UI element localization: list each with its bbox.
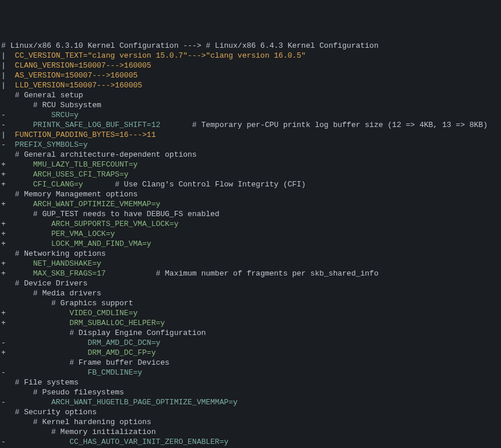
diff-marker: - xyxy=(1,437,6,447)
diff-marker: | xyxy=(1,70,6,80)
diff-line: - PRINTK_SAFE_LOG_BUF_SHIFT=12 # Tempora… xyxy=(0,120,501,130)
diff-line: # Device Drivers xyxy=(0,278,501,288)
diff-line: - FB_CMDLINE=y xyxy=(0,368,501,378)
diff-segment: LLD_VERSION=150007--->160005 xyxy=(6,81,142,90)
diff-segment: # Security options xyxy=(6,408,97,417)
diff-segment xyxy=(6,220,51,228)
diff-line: + VIDEO_CMDLINE=y xyxy=(0,308,501,318)
diff-segment xyxy=(6,338,87,347)
diff-line: | CLANG_VERSION=150007--->160005 xyxy=(0,61,501,70)
diff-line: # RCU Subsystem xyxy=(0,100,501,110)
diff-segment: DRM_AMD_DC_FP=y xyxy=(87,348,156,357)
diff-marker: - xyxy=(1,120,6,130)
diff-line: + MMU_LAZY_TLB_REFCOUNT=y xyxy=(0,160,501,170)
diff-marker xyxy=(1,209,6,219)
diff-marker: + xyxy=(1,308,6,318)
diff-content: ARCH_WANT_HUGETLB_PAGE_OPTIMIZE_VMEMMAP=… xyxy=(6,397,238,407)
diff-line: | AS_VERSION=150007--->160005 xyxy=(0,70,501,80)
diff-marker: + xyxy=(1,259,6,269)
diff-content: MMU_LAZY_TLB_REFCOUNT=y xyxy=(6,160,137,170)
diff-content: ARCH_SUPPORTS_PER_VMA_LOCK=y xyxy=(6,219,178,229)
diff-segment xyxy=(6,130,15,139)
diff-line: - SRCU=y xyxy=(0,110,501,120)
diff-content: Linux/x86 6.3.10 Kernel Configuration --… xyxy=(6,41,379,51)
diff-segment: NET_HANDSHAKE=y xyxy=(33,259,101,268)
diff-marker: + xyxy=(1,318,6,328)
diff-segment: # Device Drivers xyxy=(6,279,87,288)
diff-segment xyxy=(6,319,69,327)
diff-segment: # General setup xyxy=(6,91,83,100)
diff-line: # General architecture-dependent options xyxy=(0,150,501,160)
diff-segment xyxy=(6,368,87,377)
diff-marker: + xyxy=(1,348,6,358)
diff-segment: FUNCTION_PADDING_BYTES=16--->11 xyxy=(15,130,156,139)
diff-segment: MAX_SKB_FRAGS=17 xyxy=(33,269,106,278)
diff-marker: | xyxy=(1,51,6,61)
diff-segment: ARCH_WANT_OPTIMIZE_VMEMMAP=y xyxy=(33,200,160,209)
diff-segment xyxy=(6,170,33,179)
diff-line: # File systems xyxy=(0,378,501,387)
diff-line: # Kernel hardening options xyxy=(0,417,501,427)
diff-line: + CFI_CLANG=y # Use Clang's Control Flow… xyxy=(0,179,501,189)
diff-marker: | xyxy=(1,130,6,140)
diff-segment: # Media drivers xyxy=(6,289,101,298)
diff-segment xyxy=(6,398,51,407)
diff-content: # Device Drivers xyxy=(6,278,87,288)
diff-marker: - xyxy=(1,140,6,150)
diff-marker: + xyxy=(1,179,6,189)
diff-line: + ARCH_USES_CFI_TRAPS=y xyxy=(0,170,501,179)
diff-segment: # Memory initialization xyxy=(6,428,156,436)
diff-segment xyxy=(6,269,33,278)
diff-content: SRCU=y xyxy=(6,110,79,120)
diff-content: # Networking options xyxy=(6,249,106,259)
diff-line: # Memory initialization xyxy=(0,427,501,437)
diff-segment: # Memory Management options xyxy=(6,190,137,199)
diff-content: CC_HAS_AUTO_VAR_INIT_ZERO_ENABLER=y xyxy=(6,437,228,447)
diff-marker xyxy=(1,90,6,100)
diff-line: # Display Engine Configuration xyxy=(0,328,501,338)
diff-segment xyxy=(6,121,33,129)
diff-marker: + xyxy=(1,229,6,239)
diff-content: DRM_AMD_DC_DCN=y xyxy=(6,338,160,348)
diff-content: FUNCTION_PADDING_BYTES=16--->11 xyxy=(6,130,156,140)
diff-segment: # Use Clang's Control Flow Integrity (CF… xyxy=(83,180,306,189)
diff-marker xyxy=(1,288,6,298)
diff-content: # Graphics support xyxy=(6,298,133,308)
diff-segment: CFI_CLANG=y xyxy=(33,180,83,189)
diff-line: + MAX_SKB_FRAGS=17 # Maximum number of f… xyxy=(0,269,501,278)
diff-line: + ARCH_WANT_OPTIMIZE_VMEMMAP=y xyxy=(0,199,501,209)
diff-content: # Security options xyxy=(6,407,97,417)
diff-marker xyxy=(1,189,6,199)
diff-line: + NET_HANDSHAKE=y xyxy=(0,259,501,269)
diff-content: FB_CMDLINE=y xyxy=(6,368,142,378)
diff-line: + DRM_SUBALLOC_HELPER=y xyxy=(0,318,501,328)
diff-content: LLD_VERSION=150007--->160005 xyxy=(6,80,142,90)
diff-segment xyxy=(6,180,33,189)
diff-segment: # Temporary per-CPU printk log buffer si… xyxy=(160,121,488,129)
diff-content: ARCH_WANT_OPTIMIZE_VMEMMAP=y xyxy=(6,199,160,209)
diff-line: # Security options xyxy=(0,407,501,417)
diff-line: | LLD_VERSION=150007--->160005 xyxy=(0,80,501,90)
diff-segment: CC_VERSION_TEXT="clang version 15.0.7"--… xyxy=(6,51,306,60)
diff-segment: CLANG_VERSION=150007--->160005 xyxy=(6,61,151,70)
diff-line: + DRM_AMD_DC_FP=y xyxy=(0,348,501,358)
diff-segment: # General architecture-dependent options xyxy=(6,150,197,159)
diff-marker xyxy=(1,150,6,160)
diff-content: ARCH_USES_CFI_TRAPS=y xyxy=(6,170,129,179)
diff-segment: LOCK_MM_AND_FIND_VMA=y xyxy=(51,239,151,248)
diff-segment: MMU_LAZY_TLB_REFCOUNT=y xyxy=(33,160,137,169)
diff-content: # Memory Management options xyxy=(6,189,137,199)
diff-segment: PER_VMA_LOCK=y xyxy=(51,230,115,238)
diff-content: # General architecture-dependent options xyxy=(6,150,197,160)
diff-segment xyxy=(6,140,15,149)
diff-marker: | xyxy=(1,80,6,90)
diff-segment: # Pseudo filesystems xyxy=(6,388,124,397)
diff-content: VIDEO_CMDLINE=y xyxy=(6,308,137,318)
diff-marker xyxy=(1,278,6,288)
diff-segment: AS_VERSION=150007--->160005 xyxy=(6,71,137,80)
diff-line: - CC_HAS_AUTO_VAR_INIT_ZERO_ENABLER=y xyxy=(0,437,501,447)
diff-segment: # GUP_TEST needs to have DEBUG_FS enable… xyxy=(6,210,220,218)
diff-segment: ARCH_USES_CFI_TRAPS=y xyxy=(33,170,129,179)
diff-line: - ARCH_WANT_HUGETLB_PAGE_OPTIMIZE_VMEMMA… xyxy=(0,397,501,407)
diff-line: + ARCH_SUPPORTS_PER_VMA_LOCK=y xyxy=(0,219,501,229)
